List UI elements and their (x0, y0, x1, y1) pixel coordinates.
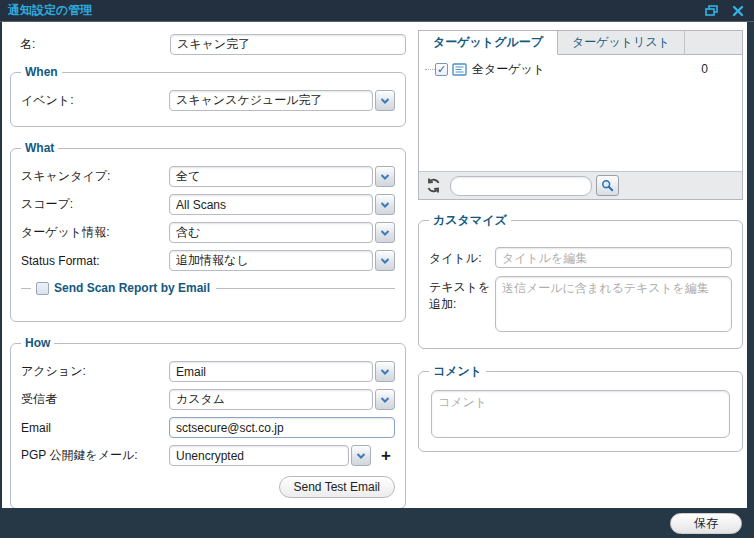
name-row: 名: (20, 34, 406, 55)
recipient-combobox (169, 389, 395, 410)
scan-type-value-input[interactable] (169, 166, 373, 187)
event-dropdown-trigger[interactable] (375, 90, 395, 111)
action-row: アクション: (21, 361, 395, 382)
save-button[interactable]: 保存 (670, 513, 742, 534)
when-legend: When (21, 65, 62, 79)
email-row: Email (21, 417, 395, 438)
comment-body (429, 384, 732, 443)
tree-row-all-targets[interactable]: ✓ 全ターゲット 0 (425, 59, 736, 79)
chevron-down-icon (380, 173, 390, 181)
tree-connector (425, 69, 435, 70)
separator-line (21, 288, 31, 289)
scope-row: スコープ: (21, 194, 395, 215)
send-report-checkbox[interactable] (36, 282, 49, 295)
refresh-icon (425, 177, 442, 194)
tab-target-list-label: ターゲットリスト (572, 34, 670, 51)
custom-title-input[interactable] (495, 247, 732, 268)
close-icon (732, 5, 744, 17)
search-button[interactable] (596, 175, 619, 196)
scope-combobox (169, 194, 395, 215)
status-format-row: Status Format: (21, 250, 395, 271)
restore-window-button[interactable] (704, 4, 720, 18)
scope-dropdown-trigger[interactable] (375, 194, 395, 215)
comment-section: コメント (418, 363, 743, 452)
dialog-footer: 保存 (0, 508, 754, 538)
customize-body: タイトル: テキストを追加: (429, 233, 732, 332)
dialog-title: 通知設定の管理 (8, 2, 694, 19)
email-input[interactable] (169, 417, 395, 438)
title-bar: 通知設定の管理 (0, 0, 754, 22)
event-label: イベント: (21, 92, 169, 109)
when-section: When イベント: (10, 65, 406, 127)
event-row: イベント: (21, 90, 395, 111)
action-dropdown-trigger[interactable] (375, 361, 395, 382)
pgp-dropdown-trigger[interactable] (351, 445, 371, 466)
tab-target-list[interactable]: ターゲットリスト (558, 31, 685, 54)
settings-form: 名: When イベント: (10, 30, 412, 508)
dialog-body: 名: When イベント: (2, 22, 747, 508)
custom-text-textarea[interactable] (495, 276, 732, 332)
target-search-bar (419, 171, 742, 199)
customize-legend: カスタマイズ (429, 212, 511, 229)
send-test-email-button[interactable]: Send Test Email (279, 476, 396, 498)
target-selection-panel: ターゲットグループ ターゲットリスト ✓ (418, 30, 743, 200)
chevron-down-icon (380, 229, 390, 237)
recipient-row: 受信者 (21, 389, 395, 410)
action-combobox (169, 361, 395, 382)
send-report-toggle-row: Send Scan Report by Email (21, 281, 395, 295)
custom-text-row: テキストを追加: (429, 276, 732, 332)
all-targets-count: 0 (701, 62, 708, 76)
scope-label: スコープ: (21, 196, 169, 213)
target-group-icon (452, 63, 467, 76)
custom-title-row: タイトル: (429, 247, 732, 268)
recipient-dropdown-trigger[interactable] (375, 389, 395, 410)
scan-type-label: スキャンタイプ: (21, 168, 169, 185)
refresh-button[interactable] (425, 177, 442, 194)
tab-target-group[interactable]: ターゲットグループ (419, 31, 558, 55)
event-value-input[interactable] (169, 90, 373, 111)
notification-settings-dialog: 通知設定の管理 名: Whe (0, 0, 754, 538)
target-tabs: ターゲットグループ ターゲットリスト (419, 31, 742, 55)
separator-line (216, 288, 395, 289)
target-info-label: ターゲット情報: (21, 224, 169, 241)
pgp-row: PGP 公開鍵をメール: + (21, 445, 395, 466)
target-info-dropdown-trigger[interactable] (375, 222, 395, 243)
target-info-value-input[interactable] (169, 222, 373, 243)
email-label: Email (21, 421, 169, 435)
close-window-button[interactable] (730, 4, 746, 18)
name-input[interactable] (170, 34, 406, 55)
chevron-down-icon (380, 201, 390, 209)
name-label: 名: (20, 36, 170, 53)
how-section: How アクション: 受信者 (10, 336, 406, 508)
target-and-customize-panel: ターゲットグループ ターゲットリスト ✓ (412, 30, 743, 508)
scan-type-dropdown-trigger[interactable] (375, 166, 395, 187)
comment-textarea[interactable] (431, 390, 730, 438)
scan-type-combobox (169, 166, 395, 187)
action-value-input[interactable] (169, 361, 373, 382)
all-targets-checkbox[interactable]: ✓ (435, 63, 448, 76)
scope-value-input[interactable] (169, 194, 373, 215)
custom-title-label: タイトル: (429, 247, 495, 267)
status-format-combobox (169, 250, 395, 271)
add-pgp-key-button[interactable]: + (377, 447, 395, 465)
recipient-value-input[interactable] (169, 389, 373, 410)
target-info-row: ターゲット情報: (21, 222, 395, 243)
what-section: What スキャンタイプ: スコープ: (10, 141, 406, 322)
chevron-down-icon (356, 452, 366, 460)
what-legend: What (21, 141, 58, 155)
comment-legend: コメント (429, 363, 486, 380)
status-format-dropdown-trigger[interactable] (375, 250, 395, 271)
test-email-button-row: Send Test Email (21, 476, 395, 498)
chevron-down-icon (380, 368, 390, 376)
status-format-value-input[interactable] (169, 250, 373, 271)
target-group-tree: ✓ 全ターゲット 0 (419, 55, 742, 171)
recipient-label: 受信者 (21, 391, 169, 408)
scan-type-row: スキャンタイプ: (21, 166, 395, 187)
action-label: アクション: (21, 363, 169, 380)
pgp-value-input[interactable] (169, 445, 349, 466)
restore-icon (705, 5, 719, 17)
chevron-down-icon (380, 257, 390, 265)
all-targets-label: 全ターゲット (472, 61, 701, 78)
target-search-input[interactable] (450, 176, 592, 196)
pgp-label: PGP 公開鍵をメール: (21, 447, 169, 464)
